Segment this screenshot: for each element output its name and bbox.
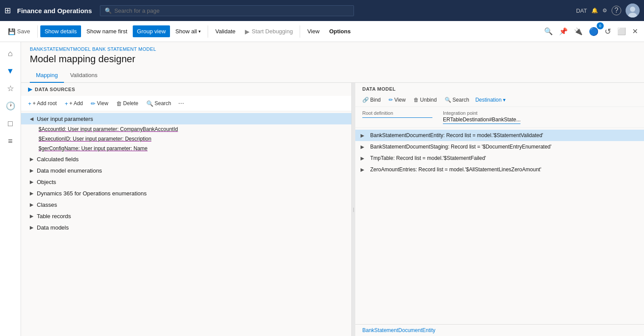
sidebar-star-icon[interactable]: ☆ bbox=[3, 81, 18, 96]
validate-button[interactable]: Validate bbox=[211, 25, 240, 37]
toolbar-divider-3 bbox=[300, 25, 300, 38]
search-ds-button[interactable]: 🔍 Search bbox=[143, 99, 175, 109]
expand-bank-stmt-icon[interactable]: ▶ bbox=[361, 133, 368, 138]
root-definition-group: Root definition bbox=[362, 110, 432, 124]
expand-staging-icon[interactable]: ▶ bbox=[361, 144, 368, 150]
save-button[interactable]: 💾 Save bbox=[4, 25, 35, 38]
unbind-icon: 🗑 bbox=[414, 97, 419, 103]
save-icon: 💾 bbox=[8, 28, 15, 35]
add-root-icon: + bbox=[28, 100, 32, 107]
expand-objects-icon[interactable]: ▶ bbox=[28, 178, 35, 185]
tree-child-accountid[interactable]: $AccountId: User input parameter: Compan… bbox=[39, 124, 351, 134]
close-button[interactable]: ✕ bbox=[630, 25, 640, 38]
tree-item-data-models[interactable]: ▶ Data models bbox=[21, 222, 351, 233]
unbind-button[interactable]: 🗑 Unbind bbox=[410, 95, 440, 105]
expand-data-models-icon[interactable]: ▶ bbox=[28, 224, 35, 231]
data-sources-toolbar: + + Add root + + Add ✏ View 🗑 Delete bbox=[21, 96, 351, 111]
data-model-toolbar: 🔗 Bind ✏ View 🗑 Unbind 🔍 Search bbox=[355, 93, 644, 107]
tree-item-d365-enums[interactable]: ▶ Dynamics 365 for Operations enumeratio… bbox=[21, 187, 351, 199]
content-area: BANKSTATEMENTMODEL BANK STATEMENT MODEL … bbox=[21, 42, 644, 336]
tree-item-objects[interactable]: ▶ Objects bbox=[21, 176, 351, 187]
more-button[interactable]: ··· bbox=[176, 98, 187, 109]
svg-point-1 bbox=[630, 7, 635, 12]
expand-d365-enums-icon[interactable]: ▶ bbox=[28, 190, 35, 197]
root-definition-value bbox=[362, 117, 432, 118]
sidebar-filter-icon[interactable]: ▼ bbox=[3, 63, 18, 79]
sidebar-list-icon[interactable]: ≡ bbox=[3, 133, 18, 149]
vertical-splitter[interactable] bbox=[352, 83, 355, 336]
data-model-header: DATA MODEL bbox=[355, 83, 644, 93]
root-definition-label: Root definition bbox=[362, 110, 432, 116]
dm-item-bank-stmt-staging[interactable]: ▶ BankStatementDocumentStaging: Record l… bbox=[355, 141, 644, 152]
pin-button[interactable]: 📌 bbox=[556, 25, 570, 38]
search-bar[interactable]: 🔍 bbox=[100, 5, 354, 16]
expand-table-records-icon[interactable]: ▶ bbox=[28, 212, 35, 219]
breadcrumb: BANKSTATEMENTMODEL BANK STATEMENT MODEL bbox=[30, 46, 635, 52]
tree-item-table-records[interactable]: ▶ Table records bbox=[21, 210, 351, 222]
dm-item-tmp-table[interactable]: ▶ TmpTable: Record list = model.'$Statem… bbox=[355, 152, 644, 164]
show-name-first-button[interactable]: Show name first bbox=[82, 25, 131, 37]
expand-dm-enums-icon[interactable]: ▶ bbox=[28, 167, 35, 174]
integration-point-group: Integration point ERTableDestination#Ban… bbox=[443, 110, 520, 124]
view-button[interactable]: View bbox=[303, 25, 324, 37]
refresh-button[interactable]: ↺ bbox=[602, 24, 614, 39]
group-view-button[interactable]: Group view bbox=[133, 25, 170, 37]
search-icon: 🔍 bbox=[105, 7, 112, 14]
gear-icon[interactable]: ⚙ bbox=[602, 7, 607, 14]
show-all-button[interactable]: Show all ▾ bbox=[171, 25, 205, 37]
app-title: Finance and Operations bbox=[17, 7, 92, 14]
new-window-button[interactable]: ⬜ bbox=[615, 25, 629, 38]
data-sources-panel: ▶ DATA SOURCES + + Add root + + Add ✏ bbox=[21, 83, 352, 336]
data-model-panel: DATA MODEL 🔗 Bind ✏ View 🗑 Unbind bbox=[355, 83, 644, 336]
bell-icon[interactable]: 🔔 bbox=[591, 7, 598, 14]
tab-mapping[interactable]: Mapping bbox=[30, 68, 64, 83]
sidebar-clock-icon[interactable]: 🕐 bbox=[3, 98, 18, 114]
tree-item-classes[interactable]: ▶ Classes bbox=[21, 199, 351, 210]
fields-row: Root definition Integration point ERTabl… bbox=[355, 107, 644, 128]
tree-child-executionid[interactable]: $ExecutionID: User input parameter: Desc… bbox=[39, 134, 351, 144]
env-label: DAT bbox=[576, 7, 587, 14]
expand-zero-amount-icon[interactable]: ▶ bbox=[361, 167, 368, 173]
dm-item-zero-amount[interactable]: ▶ ZeroAmountEntries: Record list = model… bbox=[355, 164, 644, 175]
search-toolbar-button[interactable]: 🔍 bbox=[541, 25, 556, 38]
grid-icon[interactable]: ⊞ bbox=[4, 6, 11, 15]
add-button[interactable]: + + Add bbox=[61, 99, 87, 109]
search-dm-button[interactable]: 🔍 Search bbox=[441, 95, 473, 105]
search-input[interactable] bbox=[114, 7, 349, 14]
help-icon[interactable]: ? bbox=[612, 6, 621, 15]
page-title: Model mapping designer bbox=[30, 53, 635, 65]
delete-button[interactable]: 🗑 Delete bbox=[113, 99, 142, 109]
expand-arrow[interactable]: ▶ bbox=[28, 86, 32, 92]
collapse-user-input-icon[interactable]: ◀ bbox=[28, 115, 35, 122]
integration-point-value: ERTableDestination#BankState... bbox=[443, 117, 520, 124]
view-ds-button[interactable]: ✏ View bbox=[87, 99, 112, 109]
tree-item-calculated-fields[interactable]: ▶ Calculated fields bbox=[21, 153, 351, 165]
extension-button[interactable]: 🔌 bbox=[571, 25, 585, 38]
split-panel: ▶ DATA SOURCES + + Add root + + Add ✏ bbox=[21, 83, 644, 336]
dm-item-bank-stmt-doc-entity[interactable]: ▶ BankStatementDocumentEntity: Record li… bbox=[355, 130, 644, 141]
tree-item-dm-enums[interactable]: ▶ Data model enumerations bbox=[21, 165, 351, 176]
tree-child-gerconfigname[interactable]: $gerConfigName: User input parameter: Na… bbox=[39, 144, 351, 153]
expand-tmp-table-icon[interactable]: ▶ bbox=[361, 156, 368, 161]
expand-classes-icon[interactable]: ▶ bbox=[28, 201, 35, 208]
view-dm-icon: ✏ bbox=[389, 97, 393, 103]
destination-chevron: ▾ bbox=[503, 97, 506, 103]
start-debugging-button[interactable]: ▶ Start Debugging bbox=[241, 25, 297, 38]
show-details-button[interactable]: Show details bbox=[40, 25, 81, 37]
data-sources-tree: ◀ User input parameters $AccountId: User… bbox=[21, 111, 351, 336]
add-root-button[interactable]: + + Add root bbox=[25, 99, 60, 109]
search-ds-icon: 🔍 bbox=[146, 100, 153, 107]
options-button[interactable]: Options bbox=[325, 25, 355, 37]
destination-button[interactable]: Destination ▾ bbox=[475, 97, 506, 103]
notification-badge: 0 bbox=[597, 22, 604, 29]
tree-item-user-input[interactable]: ◀ User input parameters bbox=[21, 113, 351, 124]
expand-calculated-icon[interactable]: ▶ bbox=[28, 156, 35, 163]
bind-button[interactable]: 🔗 Bind bbox=[359, 95, 384, 105]
tab-validations[interactable]: Validations bbox=[64, 68, 104, 83]
bottom-status: BankStatementDocumentEntity bbox=[355, 324, 644, 336]
sidebar-calendar-icon[interactable]: □ bbox=[3, 116, 18, 131]
sidebar-home-icon[interactable]: ⌂ bbox=[3, 46, 18, 61]
avatar[interactable] bbox=[626, 4, 640, 18]
view-dm-button[interactable]: ✏ View bbox=[385, 95, 409, 105]
page-header: BANKSTATEMENTMODEL BANK STATEMENT MODEL … bbox=[21, 42, 644, 68]
